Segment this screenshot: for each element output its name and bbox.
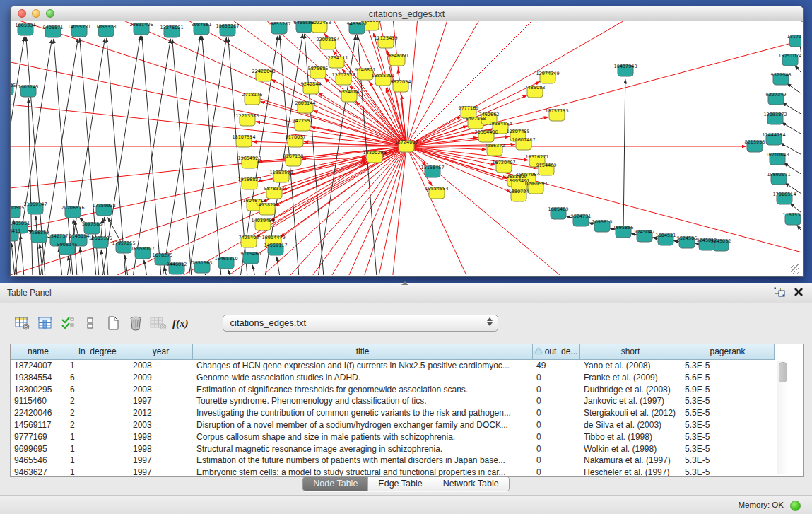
cell-name: 9463627	[11, 467, 66, 477]
graph-node-label: 9465546	[294, 21, 314, 25]
graph-node-label: 12093872	[763, 112, 787, 117]
status-bar: Memory: OK	[0, 495, 812, 514]
table-tabbar: Node TableEdge TableNetwork Table	[0, 477, 812, 491]
table-row[interactable]: 1872400712008Changes of HCN gene express…	[11, 360, 803, 372]
graph-node-label: 2803144	[295, 100, 316, 106]
cell-in-degree: 1	[66, 431, 129, 443]
table-panel-header: Table Panel	[0, 283, 812, 303]
graph-node-label: 9170037	[286, 134, 306, 140]
delete-table-icon[interactable]	[127, 315, 144, 332]
cell-short: Tibbo et al. (1998)	[580, 431, 681, 443]
cell-out-de-: 0	[533, 384, 580, 396]
graph-node-label: 9463627	[347, 21, 367, 27]
panel-splitter-handle[interactable]	[401, 281, 408, 285]
select-rows-icon[interactable]	[59, 315, 76, 332]
column-header-title[interactable]: title	[193, 344, 533, 360]
table-row[interactable]: 946554611997Estimation of the future num…	[11, 455, 803, 467]
cell-pagerank: 5.5E-5	[681, 407, 775, 419]
table-settings-icon[interactable]	[14, 315, 31, 332]
graph-edge	[787, 83, 801, 97]
cell-out-de-: 49	[533, 360, 580, 372]
network-canvas[interactable]: 1872400718300295224200462718176122133831…	[11, 21, 801, 275]
table-vertical-scrollbar[interactable]	[777, 361, 788, 474]
cell-name: 18724007	[11, 360, 66, 372]
graph-node-label: 9524731	[571, 214, 592, 219]
table-selector-dropdown[interactable]: citations_edges.txt	[223, 315, 498, 332]
network-window: citations_edges.txt 18724007183002952242…	[10, 6, 804, 277]
cell-pagerank: 5.3E-5	[681, 360, 775, 372]
table-row[interactable]: 911546021997Tourette syndrome. Phenomeno…	[11, 395, 803, 407]
graph-node-label: 14938222	[255, 202, 278, 208]
tab-network-table[interactable]: Network Table	[433, 477, 509, 491]
cell-year: 2009	[129, 372, 193, 384]
graph-node-label: 7425402	[239, 235, 259, 240]
graph-edge	[164, 267, 167, 275]
graph-edge	[406, 21, 801, 146]
new-document-icon[interactable]	[105, 315, 122, 332]
cell-out-de-: 0	[533, 455, 580, 467]
column-header-pagerank[interactable]: pagerank	[681, 344, 775, 360]
table-column-icon[interactable]	[37, 315, 54, 332]
graph-node-label: 1905145	[18, 84, 39, 90]
cell-out-de-: 0	[533, 407, 580, 419]
table-row[interactable]: 1456911722003Disruption of a novel membe…	[11, 419, 803, 431]
tab-edge-table[interactable]: Edge Table	[367, 477, 432, 491]
cell-short: Hescheler et al. (1997)	[580, 467, 681, 477]
cell-short: de Silva et al. (2003)	[580, 419, 681, 431]
cell-year: 1997	[129, 455, 193, 467]
graph-edge	[172, 39, 192, 275]
graph-node-label: 7986372	[485, 143, 505, 148]
graph-edge	[142, 36, 161, 275]
close-panel-icon[interactable]	[794, 287, 804, 297]
graph-node-label: 19654923	[237, 156, 261, 161]
graph-node-label: 15751074	[778, 53, 801, 59]
table-row[interactable]: 2242004622012Investigating the contribut…	[11, 407, 803, 419]
column-header-name[interactable]: name	[11, 344, 66, 360]
column-header-in-degree[interactable]: in_degree	[66, 344, 129, 360]
cell-year: 2008	[129, 360, 193, 372]
table-row[interactable]: 1830029562008Estimation of significance …	[11, 384, 803, 396]
column-header-short[interactable]: short	[580, 344, 681, 360]
column-header-year[interactable]: year	[129, 344, 193, 360]
graph-edge	[133, 39, 170, 275]
graph-node-label: 1156859	[29, 230, 49, 235]
tab-node-table[interactable]: Node Table	[303, 477, 367, 491]
table-row[interactable]: 1938455462009Genome-wide association stu…	[11, 372, 803, 384]
column-header-out-de-[interactable]: out_de...	[533, 344, 580, 360]
table-row[interactable]: 969969511998Structural magnetic resonanc…	[11, 443, 803, 455]
function-icon[interactable]: f(x)	[172, 317, 189, 329]
table-row[interactable]: 977716911998Corpus callosum shape and si…	[11, 431, 803, 443]
cell-pagerank: 5.3E-5	[681, 431, 775, 443]
row-height-icon[interactable]	[82, 315, 99, 332]
table-row[interactable]: 946362711997Embryonic stem cells: a mode…	[11, 467, 803, 477]
cell-title: Structural magnetic resonance image aver…	[193, 443, 533, 455]
graph-node-label: 16914479	[261, 235, 285, 240]
cell-out-de-: 0	[533, 395, 580, 407]
cell-out-de-: 0	[533, 467, 580, 477]
cell-title: Disruption of a novel member of a sodium…	[193, 419, 533, 431]
cell-title: Genome-wide association studies in ADHD.	[193, 372, 533, 384]
cell-pagerank: 5.3E-5	[681, 395, 775, 407]
float-panel-icon[interactable]	[774, 287, 785, 297]
graph-edge	[406, 21, 801, 146]
cell-name: 9115460	[11, 395, 66, 407]
table-header-row: namein_degreeyeartitleout_de...shortpage…	[11, 344, 803, 360]
table-panel: Table Panel	[0, 283, 812, 514]
cell-out-de-: 0	[533, 443, 580, 455]
graph-node-label: 16316271	[525, 154, 548, 160]
graph-node-label: 18724007	[394, 139, 418, 145]
cell-pagerank: 5.9E-5	[681, 384, 775, 396]
graph-node-label: 20691406	[129, 22, 153, 28]
window-resize-grip[interactable]	[791, 264, 800, 274]
network-window-title: citations_edges.txt	[11, 6, 803, 21]
table-disabled-icon	[150, 315, 167, 332]
graph-edge	[797, 225, 801, 237]
network-window-titlebar[interactable]: citations_edges.txt	[11, 6, 803, 22]
graph-edge	[406, 21, 801, 146]
scrollbar-thumb[interactable]	[779, 362, 787, 382]
graph-node-label: 1145194	[69, 233, 90, 239]
graph-edge	[20, 235, 24, 275]
cell-short: Nakamura et al. (1997)	[580, 455, 681, 467]
cell-year: 2008	[129, 384, 193, 396]
graph-node-label: 16465310	[214, 256, 237, 262]
